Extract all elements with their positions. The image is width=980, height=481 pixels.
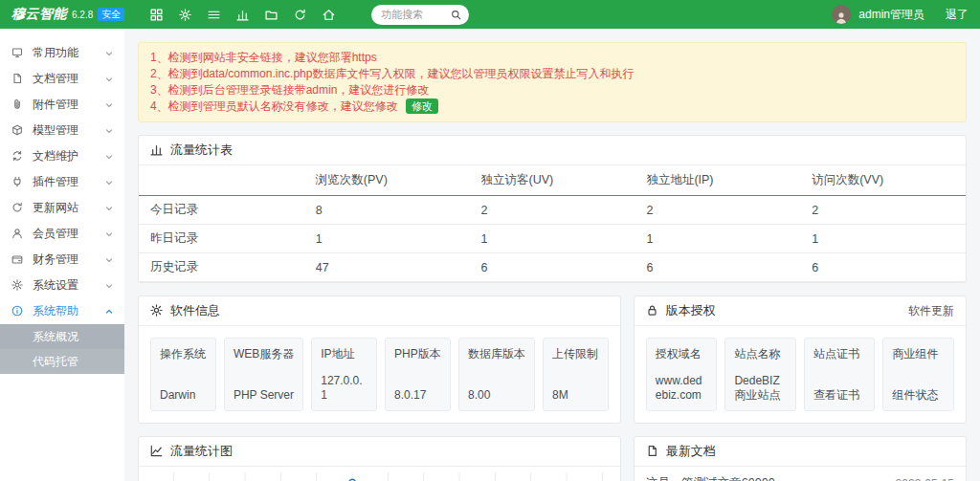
function-search [371,5,469,25]
bar-chart-icon [150,143,164,157]
search-icon[interactable] [451,10,461,20]
sidebar-item-label: 会员管理 [33,226,78,242]
traffic-stats-card: 流量统计表 浏览次数(PV) 独立访客(UV) 独立地址(IP) 访问次数(VV… [138,135,967,283]
info-label: PHP版本 [394,346,441,362]
cell-value: 1 [635,225,800,253]
info-box-os: 操作系统 Darwin [150,338,216,411]
sidebar-item-member-management[interactable]: 会员管理 [0,221,124,247]
username[interactable]: admin管理员 [858,7,924,23]
info-label: 上传限制 [552,346,599,362]
info-box-db: 数据库版本 8.00 [458,338,535,411]
menu-list-icon[interactable] [199,0,228,29]
sidebar-item-document-management[interactable]: 文档管理 [0,66,124,92]
alert-line: 4、检测到管理员默认名称没有修改，建议您修改 修改 [150,98,954,115]
search-input[interactable] [379,8,451,21]
card-title: 流量统计表 [170,142,233,159]
sidebar-item-document-maintenance[interactable]: 文档维护 [0,143,124,169]
sidebar-item-label: 模型管理 [33,122,78,139]
software-info-card: 软件信息 操作系统 Darwin WEB服务器 PHP Server IP地址 … [138,295,621,424]
topbar: 穆云智能 6.2.8 安全 admin管理员 [0,0,980,29]
chevron-down-icon [105,153,113,161]
submenu-item-system-overview[interactable]: 系统概况 [0,324,124,349]
info-box-license-domain: 授权域名 www.dedebiz.com [646,338,718,411]
sidebar-item-attachment-management[interactable]: 附件管理 [0,92,124,118]
chevron-down-icon [105,282,113,290]
fix-button[interactable]: 修改 [406,98,438,114]
brand-name: 穆云智能 [11,6,67,23]
card-title: 最新文档 [666,443,716,460]
info-box-webserver: WEB服务器 PHP Server [224,338,303,411]
paperclip-icon [11,98,24,111]
latest-docs-header: 最新文档 [635,437,966,467]
info-box-php: PHP版本 8.0.17 [385,338,451,411]
software-info-boxes: 操作系统 Darwin WEB服务器 PHP Server IP地址 127.0… [139,326,620,423]
sidebar-item-common-functions[interactable]: 常用功能 [0,40,124,66]
traffic-table: 浏览次数(PV) 独立访客(UV) 独立地址(IP) 访问次数(VV) 今日记录… [139,165,966,282]
info-value: www.dedebiz.com [656,374,708,403]
cube-icon [11,124,24,137]
info-label: 商业组件 [892,346,945,362]
table-row-yesterday: 昨日记录 1 1 1 1 [139,225,966,253]
doc-title-link[interactable]: 这是一篇测试文章60000 [646,475,775,481]
info-value: 8.00 [468,388,525,403]
sidebar-item-label: 常用功能 [33,45,78,61]
alert-line: 1、检测到网站非安全链接，建议您部署https [150,50,954,66]
sidebar-item-system-help[interactable]: 系统帮助 [0,298,124,324]
latest-docs-card: 最新文档 这是一篇测试文章60000 2023-05-15 这是一篇测试文章59… [634,436,967,481]
modules-grid-icon[interactable] [142,0,170,29]
plug-icon [11,176,24,188]
sidebar-item-plugin-management[interactable]: 插件管理 [0,169,124,195]
chevron-down-icon [105,76,113,83]
traffic-chart-header: 流量统计图 [139,437,620,467]
topbar-right: admin管理员 退了 [832,5,969,24]
sidebar: 常用功能 文档管理 附件管理 模型管理 文档维护 插件管理 更新网站 会员管理 [0,29,124,481]
settings-gear-icon[interactable] [170,0,199,29]
submenu-item-code-hosting[interactable]: 代码托管 [0,349,124,374]
cell-value: 8 [304,196,470,225]
col-header-ip: 独立地址(IP) [635,165,800,196]
row-label: 今日记录 [139,196,304,225]
sidebar-item-model-management[interactable]: 模型管理 [0,118,124,143]
sidebar-item-system-settings[interactable]: 系统设置 [0,273,124,298]
info-value: 8M [552,388,599,403]
chevron-down-icon [105,205,113,212]
info-value: DedeBIZ商业站点 [734,374,787,403]
logout-link[interactable]: 退了 [946,7,969,23]
stats-chart-icon[interactable] [228,0,256,29]
files-folder-icon[interactable] [256,0,285,29]
cell-value: 1 [800,225,966,253]
sidebar-item-update-site[interactable]: 更新网站 [0,195,124,221]
sidebar-item-finance-management[interactable]: 财务管理 [0,247,124,273]
col-header-empty [139,165,304,196]
chevron-down-icon [105,127,113,135]
docs-list: 这是一篇测试文章60000 2023-05-15 这是一篇测试文章59999 2… [635,467,966,481]
software-update-link[interactable]: 软件更新 [908,303,954,319]
submenu-item-label: 系统概况 [33,329,78,345]
info-box-ip: IP地址 127.0.0.1 [311,338,377,411]
sidebar-item-label: 文档维护 [33,148,78,164]
view-cert-link[interactable]: 查看证书 [813,388,866,403]
monitor-icon [11,47,24,59]
brand-version: 6.2.8 [72,10,93,20]
topbar-icons [142,0,343,29]
component-status-link[interactable]: 组件状态 [892,388,945,403]
info-label: 站点证书 [813,346,866,362]
info-value: PHP Server [234,388,294,403]
sidebar-item-label: 插件管理 [33,174,78,190]
chevron-down-icon [105,256,113,264]
avatar[interactable] [832,5,851,24]
refresh-icon[interactable] [285,0,314,29]
info-box-commercial: 商业组件 组件状态 [882,338,954,411]
cell-value: 6 [800,253,966,282]
info-box-upload: 上传限制 8M [543,338,609,411]
wallet-icon [11,253,24,266]
chevron-down-icon [105,179,113,186]
line-chart-icon [150,445,164,458]
info-label: 数据库版本 [468,346,525,362]
chevron-down-icon [105,101,113,109]
chevron-down-icon [105,230,113,238]
system-help-submenu: 系统概况 代码托管 [0,324,124,374]
info-label: 操作系统 [160,346,207,362]
security-badge: 安全 [98,8,124,21]
home-icon[interactable] [314,0,343,29]
